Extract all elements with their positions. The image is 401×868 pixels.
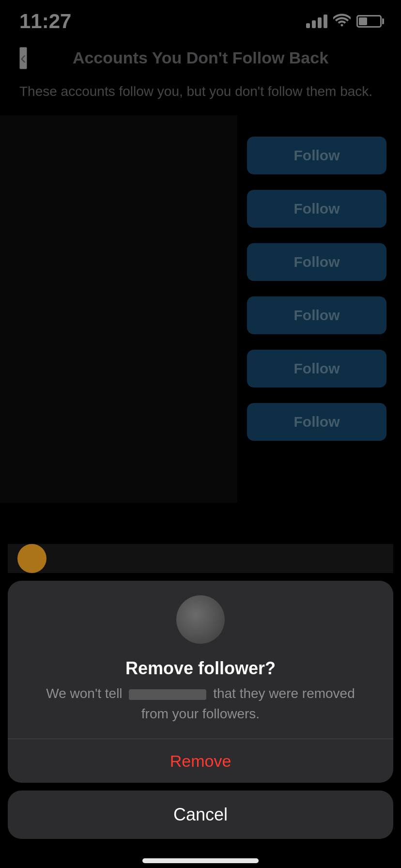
cancel-sheet: Cancel <box>8 790 393 839</box>
status-bar: 11:27 <box>0 0 401 39</box>
modal-overlay: Remove follower? We won't tell that they… <box>0 544 401 868</box>
page-description: These accounts follow you, but you don't… <box>0 77 401 115</box>
signal-icon <box>306 15 327 28</box>
battery-icon <box>356 15 382 28</box>
account-thumbnails <box>0 115 237 503</box>
cancel-button[interactable]: Cancel <box>8 790 393 839</box>
follow-button-3[interactable]: Follow <box>247 243 386 281</box>
peek-avatar <box>17 544 46 573</box>
follow-buttons-column: Follow Follow Follow Follow Follow Follo… <box>237 115 401 503</box>
status-icons <box>306 13 382 30</box>
modal-title: Remove follower? <box>8 653 393 683</box>
back-button[interactable]: ‹ <box>19 47 27 69</box>
follow-button-6[interactable]: Follow <box>247 403 386 441</box>
follow-button-2[interactable]: Follow <box>247 190 386 228</box>
remove-button[interactable]: Remove <box>8 739 393 783</box>
follow-button-5[interactable]: Follow <box>247 350 386 388</box>
page-title: Accounts You Don't Follow Back <box>73 48 328 67</box>
home-indicator <box>142 858 259 863</box>
follow-button-4[interactable]: Follow <box>247 296 386 334</box>
account-list: Follow Follow Follow Follow Follow Follo… <box>0 115 401 503</box>
modal-desc-text1: We won't tell <box>46 686 122 701</box>
peek-strip <box>8 544 393 573</box>
follow-button-1[interactable]: Follow <box>247 137 386 174</box>
modal-redacted-name <box>129 689 206 700</box>
wifi-icon <box>333 13 351 30</box>
nav-header: ‹ Accounts You Don't Follow Back <box>0 39 401 77</box>
modal-avatar <box>176 595 225 644</box>
modal-description: We won't tell that they were removed fro… <box>8 683 393 739</box>
modal-avatar-area <box>8 581 393 653</box>
remove-follower-sheet: Remove follower? We won't tell that they… <box>8 581 393 783</box>
status-time: 11:27 <box>19 10 71 33</box>
